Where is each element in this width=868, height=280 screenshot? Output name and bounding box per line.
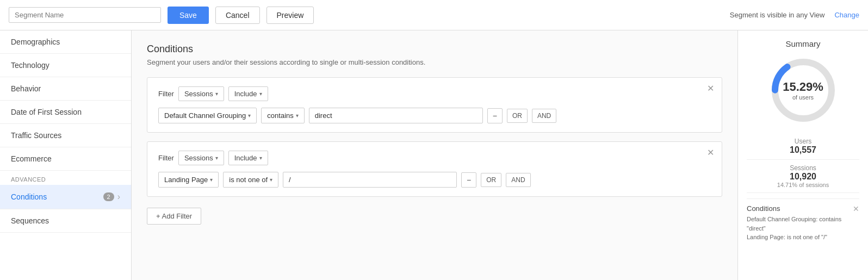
conditions-summary-condition2: Landing Page: is not one of "/"	[747, 233, 859, 242]
condition-row-2: Landing Page ▾ is not one of ▾ − OR AND	[158, 172, 711, 188]
summary-percent: 15.29%	[783, 80, 823, 94]
filter-close-2[interactable]: ✕	[707, 148, 714, 157]
add-filter-button[interactable]: + Add Filter	[147, 208, 201, 225]
filter2-minus-button[interactable]: −	[461, 172, 476, 188]
cancel-button[interactable]: Cancel	[215, 7, 260, 24]
filter1-operator-arrow: ▾	[296, 113, 299, 119]
filter1-scope-arrow: ▾	[215, 91, 218, 97]
sidebar-item-technology[interactable]: Technology	[0, 54, 131, 77]
filter1-include-dropdown[interactable]: Include ▾	[228, 86, 268, 101]
sidebar-item-demographics[interactable]: Demographics	[0, 30, 131, 54]
filter1-operator-label: contains	[267, 111, 293, 120]
main-layout: Demographics Technology Behavior Date of…	[0, 30, 868, 280]
donut-center: 15.29% of users	[783, 80, 823, 101]
filter2-operator-dropdown[interactable]: is not one of ▾	[223, 172, 278, 188]
filter2-or-button[interactable]: OR	[481, 173, 501, 187]
segment-visibility-text: Segment is visible in any View	[730, 11, 825, 19]
sidebar-item-label: Ecommerce	[11, 154, 52, 163]
filter2-scope-arrow: ▾	[215, 155, 218, 161]
filter1-field-dropdown[interactable]: Default Channel Grouping ▾	[158, 108, 257, 123]
segment-name-input[interactable]	[9, 7, 161, 23]
filter1-operator-dropdown[interactable]: contains ▾	[261, 108, 304, 123]
filter2-operator-label: is not one of	[229, 176, 268, 184]
filter2-and-button[interactable]: AND	[506, 173, 530, 187]
sidebar-item-ecommerce[interactable]: Ecommerce	[0, 147, 131, 171]
sidebar-item-label: Traffic Sources	[11, 131, 61, 140]
filter2-field-dropdown[interactable]: Landing Page ▾	[158, 172, 219, 188]
filter1-scope-label: Sessions	[184, 90, 213, 98]
filter1-value-input[interactable]	[309, 108, 483, 123]
filter1-field-label: Default Channel Grouping	[164, 111, 246, 120]
summary-panel: Summary 15.29% of users Users 10,557 Ses…	[737, 30, 868, 280]
sessions-value: 10,920	[747, 172, 859, 182]
page-title: Conditions	[147, 43, 722, 55]
top-bar: Save Cancel Preview Segment is visible i…	[0, 0, 868, 30]
filter2-value-input[interactable]	[283, 172, 457, 188]
filter2-include-dropdown[interactable]: Include ▾	[228, 151, 268, 165]
users-value: 10,557	[747, 145, 859, 155]
donut-chart: 15.29% of users	[747, 55, 859, 126]
summary-close-icon[interactable]: ✕	[853, 204, 859, 213]
filter-label-2: Filter	[158, 154, 174, 162]
save-button[interactable]: Save	[168, 7, 209, 24]
filter1-field-arrow: ▾	[248, 113, 251, 119]
filter1-and-button[interactable]: AND	[532, 109, 556, 123]
users-label: Users	[747, 138, 859, 145]
change-link[interactable]: Change	[834, 11, 859, 19]
filter-card-1: ✕ Filter Sessions ▾ Include ▾ Default Ch…	[147, 77, 722, 133]
filter1-include-arrow: ▾	[259, 91, 262, 97]
chevron-right-icon: ›	[117, 192, 120, 202]
sidebar-item-date-of-first-session[interactable]: Date of First Session	[0, 101, 131, 124]
users-stats: Users 10,557	[747, 133, 859, 160]
filter-row-2: Filter Sessions ▾ Include ▾	[158, 151, 711, 165]
conditions-summary-title: Conditions	[747, 204, 859, 213]
sidebar-item-label: Behavior	[11, 84, 41, 93]
sidebar: Demographics Technology Behavior Date of…	[0, 30, 132, 280]
sidebar-item-behavior[interactable]: Behavior	[0, 77, 131, 101]
sidebar-item-conditions[interactable]: Conditions 2 ›	[0, 185, 131, 209]
filter-row-1: Filter Sessions ▾ Include ▾	[158, 86, 711, 101]
sidebar-item-label: Technology	[11, 61, 49, 70]
summary-of-users-label: of users	[783, 94, 823, 101]
filter1-minus-button[interactable]: −	[487, 108, 503, 123]
summary-title: Summary	[747, 39, 859, 48]
filter2-scope-label: Sessions	[184, 154, 213, 162]
condition-row-1: Default Channel Grouping ▾ contains ▾ − …	[158, 108, 711, 123]
filter2-field-arrow: ▾	[210, 177, 213, 183]
filter2-field-label: Landing Page	[164, 176, 208, 184]
filter2-include-label: Include	[234, 154, 257, 162]
filter1-scope-dropdown[interactable]: Sessions ▾	[178, 86, 224, 101]
sidebar-item-label: Conditions	[11, 192, 47, 201]
filter-card-2: ✕ Filter Sessions ▾ Include ▾ Landing Pa…	[147, 141, 722, 197]
sessions-sub: 14.71% of sessions	[747, 182, 859, 188]
conditions-badge: 2	[103, 192, 114, 201]
sidebar-item-label: Demographics	[11, 38, 60, 46]
sidebar-item-sequences[interactable]: Sequences	[0, 209, 131, 233]
filter1-include-label: Include	[234, 90, 257, 98]
conditions-summary-condition1: Default Channel Grouping: contains "dire…	[747, 215, 859, 233]
filter-label-1: Filter	[158, 90, 174, 98]
filter2-operator-arrow: ▾	[270, 177, 272, 183]
preview-button[interactable]: Preview	[266, 7, 314, 24]
sidebar-item-label: Sequences	[11, 216, 49, 225]
page-subtitle: Segment your users and/or their sessions…	[147, 58, 722, 66]
advanced-section-label: Advanced	[0, 171, 131, 185]
sidebar-item-label: Date of First Session	[11, 108, 82, 116]
sessions-label: Sessions	[747, 164, 859, 172]
sessions-stats: Sessions 10,920 14.71% of sessions	[747, 160, 859, 193]
sidebar-item-traffic-sources[interactable]: Traffic Sources	[0, 124, 131, 147]
filter1-or-button[interactable]: OR	[507, 109, 528, 123]
filter2-scope-dropdown[interactable]: Sessions ▾	[178, 151, 224, 165]
filter2-include-arrow: ▾	[259, 155, 262, 161]
conditions-summary: ✕ Conditions Default Channel Grouping: c…	[747, 198, 859, 242]
filter-close-1[interactable]: ✕	[707, 84, 714, 93]
content-area: Conditions Segment your users and/or the…	[132, 30, 737, 280]
